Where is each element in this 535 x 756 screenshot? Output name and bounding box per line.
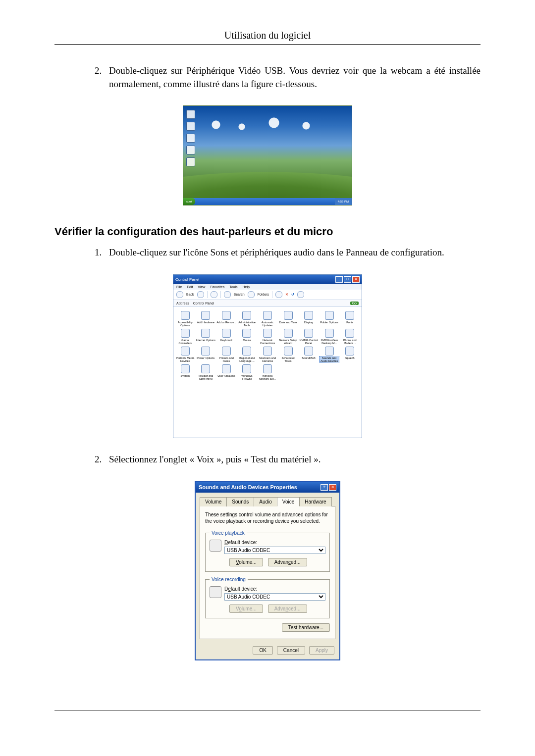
tab-volume[interactable]: Volume [200, 497, 227, 506]
maximize-button[interactable]: □ [344, 276, 351, 283]
control-panel-item[interactable]: Wireless Network Set... [258, 364, 277, 380]
views-dropdown-icon[interactable] [297, 291, 304, 298]
control-panel-item-icon [263, 311, 272, 320]
desktop-icon [186, 110, 195, 119]
voice-playback-legend: Voice playback [210, 530, 247, 536]
control-panel-item-label: Scanners and Cameras [258, 356, 277, 362]
voice-playback-group: Voice playback Default device: USB Audio… [205, 530, 330, 572]
step-item: Double-cliquez sur l'icône Sons et périp… [104, 246, 481, 259]
menu-item[interactable]: View [198, 285, 205, 289]
close-button[interactable]: × [329, 484, 336, 491]
playback-volume-button[interactable]: Volume... [229, 558, 263, 566]
back-icon[interactable] [176, 291, 183, 298]
tab-strip: VolumeSoundsAudioVoiceHardware [200, 497, 335, 506]
control-panel-item-label: Folder Options [320, 321, 339, 324]
control-panel-item[interactable]: Accessibility Options [175, 311, 195, 327]
page-header: Utilisation du logiciel [54, 30, 481, 45]
control-panel-item[interactable]: Scheduled Tasks [278, 347, 298, 362]
undo-icon[interactable]: ↺ [291, 293, 294, 297]
address-value[interactable]: Control Panel [193, 302, 214, 305]
recording-device-select[interactable]: USB Audio CODEC [224, 593, 325, 601]
tab-audio[interactable]: Audio [254, 497, 277, 506]
control-panel-item[interactable]: Windows Firewall [237, 364, 257, 380]
dialog-titlebar: Sounds and Audio Devices Properties ? × [196, 482, 339, 493]
control-panel-item-icon [201, 347, 210, 355]
menu-item[interactable]: Tools [229, 285, 237, 289]
start-button[interactable]: start [183, 198, 195, 205]
control-panel-item-label: Phone and Modem ... [340, 339, 360, 345]
go-button[interactable]: Go [350, 302, 359, 305]
apply-button: Apply [309, 646, 334, 655]
control-panel-item-icon [242, 347, 251, 355]
control-panel-item[interactable]: Automatic Updates [258, 311, 277, 327]
control-panel-item[interactable]: Network Connections [258, 329, 277, 345]
control-panel-item[interactable]: Date and Time [278, 311, 298, 327]
search-button[interactable]: Search [234, 293, 245, 296]
folders-icon[interactable] [248, 291, 255, 298]
control-panel-item[interactable]: Regional and Language ... [237, 347, 257, 362]
tab-hardware[interactable]: Hardware [299, 497, 331, 506]
control-panel-item[interactable]: NVIDIA nView Desktop M... [320, 329, 339, 345]
control-panel-item[interactable]: Sounds and Audio Devices [320, 347, 339, 362]
menu-item[interactable]: File [176, 285, 182, 289]
figure-sounds-dialog: Sounds and Audio Devices Properties ? × … [195, 481, 340, 660]
control-panel-item[interactable]: Printers and Faxes [216, 347, 236, 362]
control-panel-item[interactable]: Portable Media Devices [175, 347, 195, 362]
control-panel-item-icon [325, 347, 334, 355]
help-button[interactable]: ? [321, 484, 328, 491]
search-icon[interactable] [224, 291, 231, 298]
figure-desktop-screenshot: start 4:59 PM [183, 105, 352, 205]
intro-step-list: Double-cliquez sur Périphérique Vidéo US… [54, 64, 481, 91]
control-panel-item[interactable]: Display [299, 311, 319, 327]
back-button[interactable]: Back [186, 293, 194, 296]
test-hardware-button[interactable]: Test hardware... [282, 623, 330, 632]
menu-item[interactable]: Favorites [210, 285, 224, 289]
up-icon[interactable] [211, 291, 217, 298]
control-panel-item[interactable]: User Accounts [216, 364, 236, 380]
minimize-button[interactable]: _ [335, 276, 343, 283]
control-panel-item[interactable]: Folder Options [320, 311, 339, 327]
tab-sounds[interactable]: Sounds [226, 497, 254, 506]
control-panel-item[interactable]: SoundMAX [299, 347, 319, 362]
control-panel-item[interactable]: Phone and Modem ... [340, 329, 360, 345]
control-panel-item-icon [242, 311, 251, 320]
control-panel-item-label: NVIDIA Control Panel [299, 339, 319, 345]
control-panel-item[interactable]: Add Hardware [196, 311, 216, 327]
close-button[interactable]: × [352, 276, 360, 283]
control-panel-item[interactable]: Mouse [237, 329, 257, 345]
control-panel-item[interactable]: Keyboard [216, 329, 236, 345]
default-device-label: Default device: [224, 540, 325, 545]
control-panel-item-label: Windows Firewall [237, 374, 257, 380]
control-panel-item[interactable]: Add or Remov... [216, 311, 236, 327]
section-heading-speakers-mic: Vérifier la configuration des haut-parle… [54, 225, 481, 238]
control-panel-grid: Accessibility OptionsAdd HardwareAdd or … [173, 307, 362, 383]
control-panel-item-icon [222, 347, 231, 355]
window-title: Control Panel [175, 277, 199, 282]
delete-icon[interactable]: ✕ [285, 293, 288, 297]
playback-device-select[interactable]: USB Audio CODEC [224, 547, 325, 554]
desktop-icons [186, 110, 195, 166]
control-panel-item[interactable]: Scanners and Cameras [258, 347, 277, 362]
menu-item[interactable]: Edit [187, 285, 193, 289]
cancel-button[interactable]: Cancel [277, 646, 305, 655]
forward-icon[interactable] [197, 291, 204, 298]
folders-button[interactable]: Folders [258, 293, 269, 296]
control-panel-item[interactable]: NVIDIA Control Panel [299, 329, 319, 345]
control-panel-item[interactable]: Administrative Tools [237, 311, 257, 327]
playback-advanced-button[interactable]: Advanced... [268, 558, 307, 566]
menu-item[interactable]: Help [243, 285, 250, 289]
control-panel-item[interactable]: Power Options [196, 347, 216, 362]
tab-voice[interactable]: Voice [277, 497, 300, 506]
control-panel-item[interactable]: Fonts [340, 311, 360, 327]
control-panel-item[interactable]: Network Setup Wizard [278, 329, 298, 345]
control-panel-item[interactable]: System [175, 364, 195, 380]
control-panel-item[interactable]: Speech [340, 347, 360, 362]
views-icon[interactable] [275, 291, 282, 298]
control-panel-item-label: Printers and Faxes [216, 356, 236, 362]
control-panel-item[interactable]: Internet Options [196, 329, 216, 345]
desktop-icon [186, 134, 195, 143]
ok-button[interactable]: OK [253, 646, 272, 655]
control-panel-item[interactable]: Game Controllers [175, 329, 195, 345]
step-list-2b: Sélectionnez l'onglet « Voix », puis « T… [54, 453, 481, 466]
control-panel-item[interactable]: Taskbar and Start Menu [196, 364, 216, 380]
